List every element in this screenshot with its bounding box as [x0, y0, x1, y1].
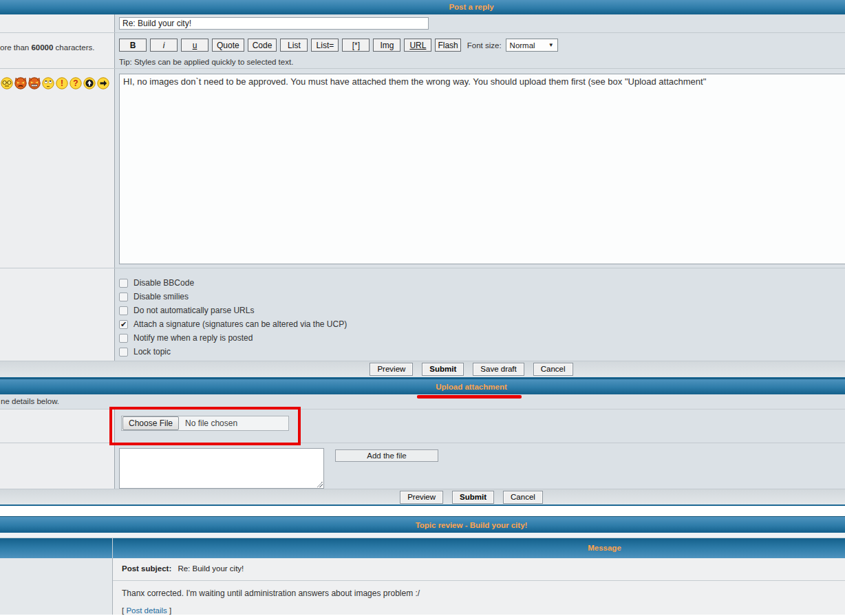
- disable-bbcode-checkbox[interactable]: [119, 279, 128, 288]
- subject-input[interactable]: [119, 17, 429, 30]
- preview-button[interactable]: Preview: [370, 363, 413, 376]
- file-comment-wrap: [119, 448, 324, 489]
- choose-file-button[interactable]: Choose File: [122, 416, 179, 430]
- post-reply-form: Post a reply ore than 60000 characters. …: [0, 0, 845, 379]
- geek-smiley-icon[interactable]: [1, 77, 13, 89]
- smilies-cell: ! ?: [0, 69, 115, 268]
- review-post: Post subject: Re: Build your city! Thanx…: [0, 558, 845, 615]
- options-label-cell: [0, 268, 115, 361]
- char-limit-note: ore than 60000 characters.: [0, 43, 94, 52]
- file-status-text: No file chosen: [185, 418, 237, 428]
- rolleyes-smiley-icon[interactable]: [42, 77, 54, 89]
- options-row: Disable BBCode Disable smilies Do not au…: [0, 268, 845, 361]
- font-size-value: Normal: [510, 41, 535, 50]
- section-gap: [0, 506, 845, 516]
- smilies-palette: ! ?: [0, 69, 114, 89]
- review-message-text: Thanx corrected. I'm waiting until admin…: [122, 588, 845, 598]
- post-subject-value: Re: Build your city!: [178, 564, 244, 573]
- file-comment-row: Add the file: [0, 443, 845, 489]
- topic-review-title: Topic review - Build your city!: [416, 521, 528, 529]
- upload-cancel-button[interactable]: Cancel: [503, 491, 543, 504]
- post-subject-label: Post subject:: [122, 564, 171, 573]
- chevron-down-icon: ▼: [548, 42, 554, 48]
- bbcode-list-button[interactable]: List: [280, 39, 308, 52]
- bbcode-bold-button[interactable]: B: [119, 39, 147, 52]
- question-smiley-icon[interactable]: ?: [69, 77, 82, 89]
- subject-field-cell: [115, 14, 845, 32]
- upload-submit-button[interactable]: Submit: [452, 491, 494, 504]
- bbcode-quote-button[interactable]: Quote: [212, 39, 244, 52]
- topic-review-header: Topic review - Build your city!: [0, 516, 845, 533]
- message-row: ! ?: [0, 69, 845, 268]
- submit-button[interactable]: Submit: [422, 363, 464, 376]
- no-parse-urls-checkbox[interactable]: [119, 306, 128, 315]
- twisted-smiley-icon[interactable]: [28, 77, 41, 89]
- upload-panel-actions: Preview Submit Cancel: [0, 489, 845, 505]
- file-field-cell: Choose File No file chosen: [115, 410, 845, 443]
- upload-attachment-title: Upload attachment: [436, 383, 507, 391]
- review-author-cell: [0, 558, 113, 615]
- bbcode-flash-button[interactable]: Flash: [435, 39, 460, 52]
- notify-reply-checkbox[interactable]: [119, 334, 128, 343]
- post-reply-header: Post a reply: [0, 0, 845, 14]
- page: Post a reply ore than 60000 characters. …: [0, 0, 845, 616]
- post-subject-row: Post subject: Re: Build your city!: [113, 558, 845, 581]
- upload-explain-text: ne details below.: [1, 397, 59, 405]
- topic-review-separator: [0, 533, 845, 538]
- arrow-right-smiley-icon[interactable]: [97, 77, 109, 89]
- bbcode-italic-button[interactable]: i: [150, 39, 178, 52]
- post-details-link[interactable]: Post details: [126, 606, 167, 615]
- bbcode-underline-button[interactable]: u: [181, 39, 208, 52]
- post-form-actions: Preview Submit Save draft Cancel: [0, 361, 845, 377]
- message-textarea[interactable]: HI, no images don`t need to be approved.…: [119, 74, 845, 264]
- file-comment-textarea[interactable]: [119, 448, 324, 489]
- char-limit-cell: ore than 60000 characters.: [0, 33, 115, 68]
- bbcode-url-button[interactable]: URL: [404, 39, 431, 52]
- topic-review-title-wrap: Topic review - Build your city!: [0, 517, 845, 533]
- toolbar-row: ore than 60000 characters. B i u Quote C…: [0, 33, 845, 69]
- exclaim-smiley-icon[interactable]: !: [56, 77, 68, 89]
- option-disable-smilies[interactable]: Disable smilies: [119, 290, 845, 304]
- disable-smilies-checkbox[interactable]: [119, 293, 128, 301]
- topic-review-panel: Topic review - Build your city! Message …: [0, 516, 845, 615]
- message-cell: HI, no images don`t need to be approved.…: [115, 69, 845, 268]
- comment-label-cell: [0, 443, 115, 489]
- attach-signature-checkbox[interactable]: [119, 320, 128, 329]
- post-reply-title: Post a reply: [449, 3, 493, 11]
- file-input[interactable]: Choose File No file chosen: [121, 416, 289, 431]
- styles-tip: Tip: Styles can be applied quickly to se…: [119, 58, 845, 66]
- upload-attachment-panel: Upload attachment ne details below. Choo…: [0, 379, 845, 506]
- subject-row: [0, 14, 845, 33]
- option-notify-reply[interactable]: Notify me when a reply is posted: [119, 331, 845, 345]
- evil-smiley-icon[interactable]: [14, 77, 27, 89]
- bbcode-code-button[interactable]: Code: [248, 39, 277, 52]
- add-file-button[interactable]: Add the file: [335, 449, 438, 462]
- bbcode-toolbar: B i u Quote Code List List= [*] Img URL …: [115, 33, 845, 52]
- arrow-up-smiley-icon[interactable]: [83, 77, 96, 89]
- message-column-header: Message: [113, 538, 845, 558]
- author-column-header: [0, 538, 113, 558]
- toolbar-cell: B i u Quote Code List List= [*] Img URL …: [115, 33, 845, 68]
- review-message-row: Thanx corrected. I'm waiting until admin…: [113, 581, 845, 615]
- bbcode-ordered-list-button[interactable]: List=: [311, 39, 339, 52]
- option-no-parse-urls[interactable]: Do not automatically parse URLs: [119, 304, 845, 317]
- file-label-cell: [0, 410, 115, 443]
- option-attach-signature[interactable]: Attach a signature (signatures can be al…: [119, 317, 845, 331]
- save-draft-button[interactable]: Save draft: [473, 363, 524, 376]
- svg-text:?: ?: [73, 78, 78, 88]
- option-lock-topic[interactable]: Lock topic: [119, 345, 845, 359]
- option-disable-bbcode[interactable]: Disable BBCode: [119, 276, 845, 290]
- file-row: Choose File No file chosen: [0, 410, 845, 443]
- subject-label-cell: [0, 14, 115, 32]
- lock-topic-checkbox[interactable]: [119, 348, 128, 357]
- post-details-line: [ Post details ]: [122, 606, 845, 615]
- font-size-select[interactable]: Normal ▼: [506, 39, 558, 52]
- upload-preview-button[interactable]: Preview: [400, 491, 443, 504]
- topic-review-column-header: Message: [0, 538, 845, 558]
- options-cell: Disable BBCode Disable smilies Do not au…: [115, 268, 845, 361]
- cancel-button[interactable]: Cancel: [533, 363, 573, 376]
- upload-explain-row: ne details below.: [0, 394, 845, 410]
- bbcode-list-item-button[interactable]: [*]: [342, 39, 370, 52]
- bbcode-img-button[interactable]: Img: [373, 39, 400, 52]
- options-list: Disable BBCode Disable smilies Do not au…: [115, 268, 845, 359]
